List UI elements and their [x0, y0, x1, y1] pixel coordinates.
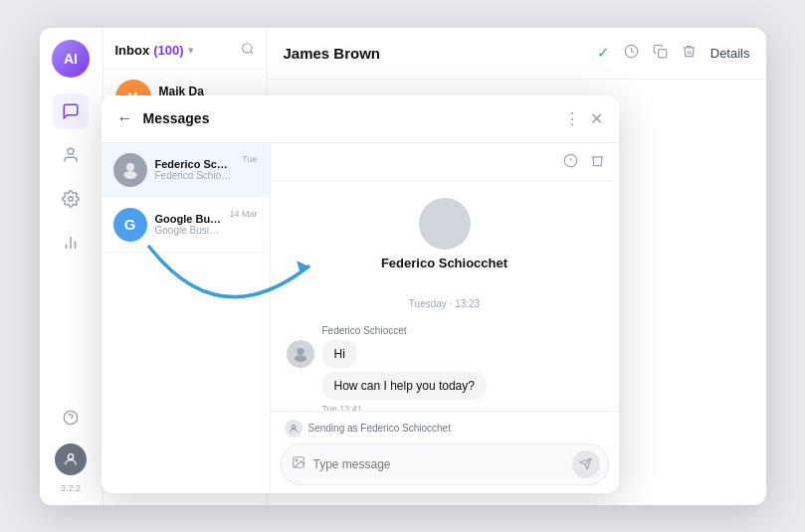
svg-point-0 — [68, 148, 74, 154]
app-container: AI 3.2.2 Inbox (100) — [40, 28, 766, 505]
message-input-row — [281, 443, 609, 485]
contact-name: Federico Schiocchet — [381, 256, 507, 270]
trash-icon[interactable] — [682, 44, 697, 62]
dialog-header: ← Messages ⋮ ✕ — [101, 95, 619, 143]
back-button[interactable]: ← — [117, 109, 133, 127]
chat-footer: Sending as Federico Schiocchet — [271, 411, 619, 493]
thread-preview: Google Business ... — [155, 225, 222, 236]
sidebar-item-help[interactable] — [53, 400, 89, 436]
svg-point-24 — [430, 228, 459, 242]
thread-time: 14 Mar — [229, 209, 257, 219]
svg-point-7 — [68, 453, 73, 458]
conv-list-header: Inbox (100) ▾ — [103, 28, 267, 70]
details-button[interactable]: Details — [710, 46, 750, 61]
chart-icon — [62, 234, 80, 252]
thread-time: Tue — [242, 154, 257, 164]
thread-list: Federico Schiocchet Federico Schiocchet.… — [101, 143, 271, 493]
trash-icon[interactable] — [590, 153, 605, 171]
chat-messages: Federico Schiocchet Tuesday · 13:23 Fede… — [271, 182, 619, 411]
settings-icon — [62, 190, 80, 208]
message-input[interactable] — [313, 457, 564, 471]
thread-name: Federico Schiocchet — [155, 158, 235, 170]
sender-name: Federico Schioccet — [322, 325, 603, 336]
svg-point-1 — [69, 196, 74, 201]
chat-contact-header: Federico Schiocchet — [287, 198, 603, 270]
svg-point-27 — [292, 425, 295, 428]
svg-rect-17 — [658, 50, 666, 58]
list-item[interactable]: Federico Schiocchet Federico Schiocchet.… — [101, 143, 270, 198]
app-logo[interactable]: AI — [52, 40, 90, 78]
avatar — [113, 153, 147, 187]
header-actions: ✓ Details — [597, 44, 750, 62]
inbox-title[interactable]: Inbox (100) ▾ — [115, 43, 193, 58]
sending-as-label: Sending as Federico Schiocchet — [281, 420, 609, 438]
message-group: Federico Schioccet Hi How can I help you… — [287, 325, 603, 411]
sidebar-item-contacts[interactable] — [53, 137, 89, 173]
user-avatar[interactable] — [55, 443, 87, 475]
contact-avatar — [419, 198, 471, 250]
svg-point-29 — [296, 459, 298, 461]
svg-point-18 — [126, 163, 134, 171]
person-icon — [62, 146, 80, 164]
message-row: Hi — [287, 340, 603, 368]
chat-panel: Federico Schiocchet Tuesday · 13:23 Fede… — [271, 143, 619, 493]
chat-bubble: How can I help you today? — [322, 372, 487, 400]
app-version: 3.2.2 — [61, 483, 81, 493]
svg-point-25 — [297, 347, 303, 354]
check-icon[interactable]: ✓ — [597, 44, 610, 62]
page-title: James Brown — [284, 45, 585, 62]
dialog-title: Messages — [143, 110, 554, 126]
date-separator: Tuesday · 13:23 — [287, 298, 603, 309]
avatar: G — [113, 208, 147, 242]
inbox-count-badge: (100) — [153, 43, 183, 58]
clock-icon[interactable] — [624, 44, 639, 62]
message-time: Tue 13:41 — [322, 404, 603, 411]
svg-point-19 — [123, 171, 136, 179]
sending-as-icon — [285, 420, 302, 438]
message-row: How can I help you today? — [287, 372, 603, 400]
chat-bubble: Hi — [322, 340, 357, 368]
search-icon[interactable] — [241, 42, 255, 59]
avatar-icon — [63, 451, 79, 467]
info-icon[interactable] — [563, 153, 578, 171]
svg-point-8 — [242, 43, 251, 52]
sidebar-bottom: 3.2.2 — [53, 400, 89, 493]
close-icon[interactable]: ✕ — [590, 109, 603, 128]
chat-panel-header — [271, 143, 619, 182]
help-icon — [63, 410, 79, 426]
message-avatar — [287, 340, 314, 368]
main-header: James Brown ✓ Details — [268, 28, 766, 80]
send-button[interactable] — [572, 450, 600, 478]
sidebar-item-chat[interactable] — [53, 93, 89, 129]
chat-icon — [62, 102, 80, 120]
copy-icon[interactable] — [653, 44, 668, 62]
dialog-header-actions: ⋮ ✕ — [564, 109, 603, 128]
messages-dialog: ← Messages ⋮ ✕ Federico Schiocchet Feder… — [101, 95, 619, 493]
dialog-body: Federico Schiocchet Federico Schiocchet.… — [101, 143, 619, 493]
sidebar: AI 3.2.2 — [40, 28, 103, 505]
thread-preview: Federico Schiocchet... — [155, 170, 235, 181]
more-options-icon[interactable]: ⋮ — [564, 109, 580, 128]
svg-line-9 — [250, 51, 253, 54]
svg-point-23 — [436, 209, 454, 227]
thread-name: Google Business ... — [155, 213, 222, 225]
svg-point-26 — [295, 354, 306, 361]
list-item[interactable]: G Google Business ... Google Business ..… — [101, 198, 270, 253]
sidebar-item-settings[interactable] — [53, 181, 89, 217]
image-icon[interactable] — [292, 455, 305, 472]
chevron-down-icon: ▾ — [188, 45, 193, 56]
sidebar-item-analytics[interactable] — [53, 225, 89, 261]
